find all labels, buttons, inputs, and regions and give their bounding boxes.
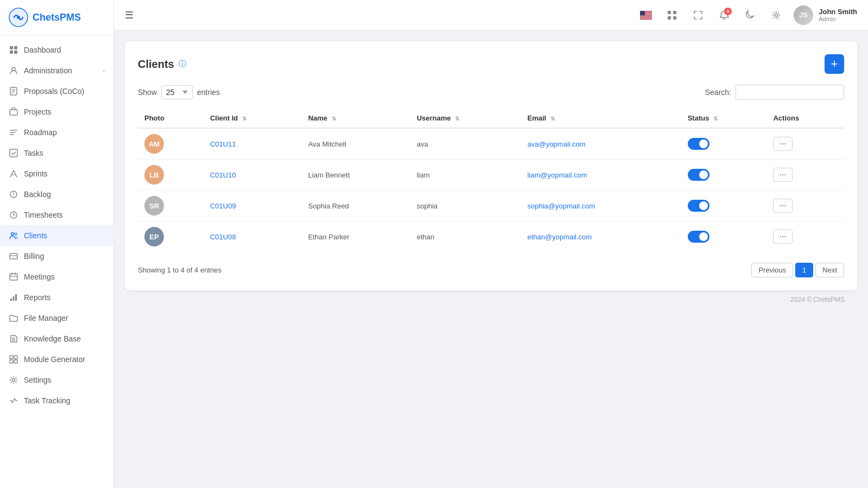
language-flag-icon[interactable] [637,7,655,24]
svg-rect-44 [640,17,652,17]
status-toggle[interactable] [688,200,709,212]
table-row: EPC01U08Ethan Parkerethanethan@yopmail.c… [138,221,844,252]
svg-rect-46 [640,18,652,18]
pagination: Previous 1 Next [751,263,844,277]
client-status-cell [681,191,767,221]
page-1-button[interactable]: 1 [795,263,813,277]
client-email-link[interactable]: sophia@yopmail.com [527,202,594,210]
footer: 2024 © ChetsPMS. [125,290,857,309]
billing-icon [9,251,18,261]
svg-point-16 [13,195,14,197]
col-username[interactable]: Username ⇅ [410,109,521,128]
client-action-button[interactable]: ··· [773,137,792,151]
clients-card: Clients ⓘ + Show 10 25 50 100 entries [125,41,857,290]
notification-badge: 0 [724,8,732,15]
svg-rect-20 [10,253,17,259]
notification-bell-icon[interactable]: 0 [715,7,733,24]
sidebar-item-meetings[interactable]: Meetings [0,267,113,287]
sidebar-item-proposals[interactable]: Proposals (CoCo) [0,81,113,102]
avatar: AM [144,134,164,154]
svg-rect-43 [640,16,652,16]
svg-point-53 [775,14,778,16]
status-toggle[interactable] [688,138,709,150]
sidebar-item-module-generator[interactable]: Module Generator [0,349,113,370]
topbar-settings-icon[interactable] [768,7,785,24]
search-input[interactable] [736,85,844,100]
next-page-button[interactable]: Next [815,263,844,277]
table-controls: Show 10 25 50 100 entries Search: [138,85,844,100]
dark-mode-icon[interactable] [742,7,759,24]
apps-grid-icon[interactable] [663,7,681,24]
meetings-icon [9,272,18,282]
status-toggle[interactable] [688,231,709,243]
show-label: Show [138,88,157,97]
task-tracking-label: Task Tracking [24,396,105,405]
client-action-button[interactable]: ··· [773,168,792,182]
client-id-link[interactable]: C01U10 [210,171,236,179]
client-email-link[interactable]: liam@yopmail.com [527,171,587,179]
sidebar-item-administration[interactable]: Administration › [0,60,113,81]
table-body: AMC01U11Ava Mitchellavaava@yopmail.com··… [138,128,844,252]
user-role: Admin [819,16,857,22]
svg-rect-52 [673,16,676,20]
client-id-link[interactable]: C01U11 [210,140,236,148]
client-status-cell [681,160,767,191]
info-icon[interactable]: ⓘ [179,59,186,69]
client-actions-cell: ··· [766,191,844,221]
svg-rect-28 [15,294,17,301]
clients-label: Clients [24,231,105,240]
client-action-button[interactable]: ··· [773,199,792,213]
sidebar-logo[interactable]: ChetsPMS [0,0,113,35]
client-id-link[interactable]: C01U08 [210,233,236,241]
svg-point-6 [12,67,15,71]
fullscreen-icon[interactable] [689,7,707,24]
footer-text: 2024 © ChetsPMS. [790,296,846,303]
client-email-link[interactable]: ethan@yopmail.com [527,233,592,241]
client-photo-cell: EP [138,221,204,252]
previous-page-button[interactable]: Previous [751,263,793,277]
proposals-icon [9,86,18,96]
sidebar-item-projects[interactable]: Projects [0,102,113,122]
sidebar-item-settings[interactable]: Settings [0,370,113,390]
status-toggle[interactable] [688,169,709,181]
col-name[interactable]: Name ⇅ [302,109,410,128]
sidebar-item-sprints[interactable]: Sprints [0,163,113,184]
col-email[interactable]: Email ⇅ [521,109,681,128]
sidebar-item-reports[interactable]: Reports [0,287,113,308]
sprints-label: Sprints [24,169,105,178]
client-action-button[interactable]: ··· [773,230,792,244]
settings-icon [9,375,18,385]
dashboard-icon [9,45,18,55]
sidebar-item-knowledge-base[interactable]: Knowledge Base [0,328,113,349]
topbar-user[interactable]: JS John Smith Admin [794,5,857,25]
sidebar-item-dashboard[interactable]: Dashboard [0,40,113,60]
sidebar-item-tasks[interactable]: Tasks [0,143,113,163]
col-client-id[interactable]: Client Id ⇅ [204,109,302,128]
sidebar-item-clients[interactable]: Clients [0,225,113,246]
sidebar-item-timesheets[interactable]: Timesheets [0,205,113,225]
backlog-label: Backlog [24,190,105,199]
backlog-icon [9,189,18,199]
client-photo-cell: LB [138,160,204,191]
user-name: John Smith [819,8,857,16]
avatar: SR [144,196,164,216]
sidebar-item-billing[interactable]: Billing [0,246,113,267]
settings-label: Settings [24,376,105,384]
sidebar-item-roadmap[interactable]: Roadmap [0,122,113,143]
client-id-link[interactable]: C01U09 [210,202,236,210]
sidebar-item-backlog[interactable]: Backlog [0,184,113,205]
file-manager-icon [9,313,18,323]
timesheets-icon [9,210,18,220]
col-status[interactable]: Status ⇅ [681,109,767,128]
svg-rect-22 [10,274,17,280]
search-row: Search: [705,85,844,100]
add-client-button[interactable]: + [825,54,844,74]
pagination-row: Showing 1 to 4 of 4 entries Previous 1 N… [138,263,844,277]
sidebar-item-file-manager[interactable]: File Manager [0,308,113,328]
sidebar-item-task-tracking[interactable]: Task Tracking [0,390,113,411]
svg-rect-3 [14,46,17,49]
entries-per-page-select[interactable]: 10 25 50 100 [161,85,193,99]
client-email-link[interactable]: ava@yopmail.com [527,140,585,148]
client-email-cell: liam@yopmail.com [521,160,681,191]
menu-toggle-icon[interactable]: ☰ [125,9,134,21]
